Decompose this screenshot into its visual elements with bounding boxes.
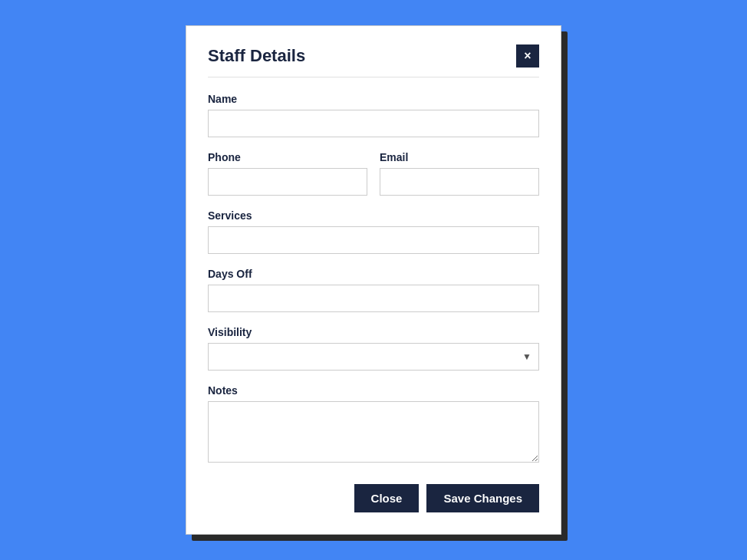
modal-header: Staff Details × — [208, 44, 539, 68]
header-divider — [208, 77, 539, 77]
phone-email-row: Phone Email — [208, 151, 539, 196]
days-off-label: Days Off — [208, 268, 539, 280]
email-field-group: Email — [380, 151, 539, 196]
visibility-label: Visibility — [208, 326, 539, 338]
name-input[interactable] — [208, 110, 539, 137]
modal-footer: Close Save Changes — [208, 484, 539, 512]
close-x-button[interactable]: × — [516, 44, 539, 68]
visibility-select[interactable]: Public Private — [208, 343, 539, 371]
email-label: Email — [380, 151, 539, 163]
phone-input[interactable] — [208, 168, 367, 196]
email-input[interactable] — [380, 168, 539, 196]
visibility-select-wrapper: Public Private ▼ — [208, 343, 539, 371]
name-field-group: Name — [208, 93, 539, 137]
visibility-field-group: Visibility Public Private ▼ — [208, 326, 539, 371]
days-off-input[interactable] — [208, 285, 539, 312]
services-input[interactable] — [208, 226, 539, 254]
modal-dialog: Staff Details × Name Phone Email Service… — [186, 25, 561, 535]
modal-title: Staff Details — [208, 46, 305, 66]
phone-field-group: Phone — [208, 151, 367, 196]
services-field-group: Services — [208, 209, 539, 254]
modal-container: Staff Details × Name Phone Email Service… — [186, 25, 561, 535]
notes-label: Notes — [208, 384, 539, 397]
days-off-field-group: Days Off — [208, 268, 539, 312]
save-changes-button[interactable]: Save Changes — [426, 484, 539, 512]
notes-field-group: Notes — [208, 384, 539, 466]
name-label: Name — [208, 93, 539, 105]
services-label: Services — [208, 209, 539, 222]
close-button[interactable]: Close — [354, 484, 420, 512]
notes-textarea[interactable] — [208, 401, 539, 463]
phone-label: Phone — [208, 151, 367, 163]
